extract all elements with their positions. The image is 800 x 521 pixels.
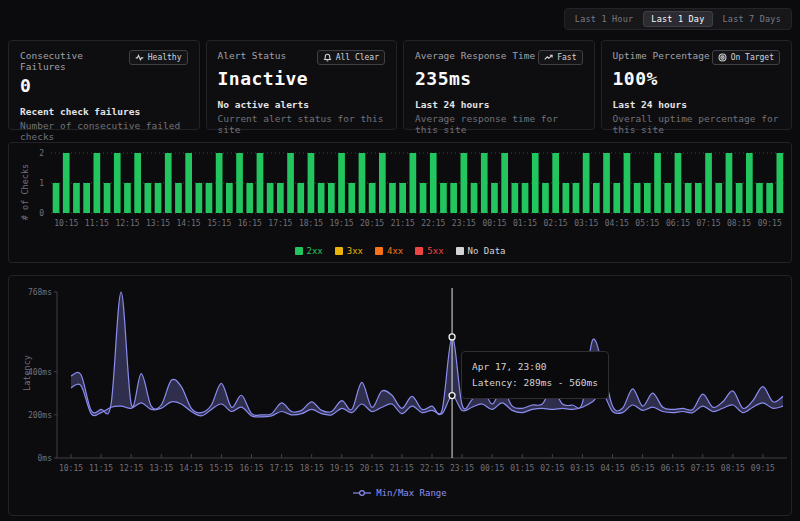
svg-text:11:15: 11:15	[85, 219, 109, 228]
latency-chart-panel: Latency 0ms200ms400ms768ms10:1511:1512:1…	[8, 275, 792, 516]
card-consecutive-failures: Consecutive Failures Healthy 0 Recent ch…	[8, 40, 200, 130]
svg-text:01:15: 01:15	[510, 464, 534, 473]
svg-text:12:15: 12:15	[119, 464, 143, 473]
svg-text:23:15: 23:15	[450, 464, 474, 473]
svg-text:02:15: 02:15	[540, 464, 564, 473]
badge-label: On Target	[731, 53, 774, 62]
svg-text:03:15: 03:15	[574, 219, 598, 228]
svg-text:20:15: 20:15	[360, 464, 384, 473]
svg-text:10:15: 10:15	[54, 219, 78, 228]
legend-swatch	[456, 247, 464, 255]
card-subtitle: Last 24 hours	[613, 99, 781, 110]
latency-line-chart[interactable]: 0ms200ms400ms768ms10:1511:1512:1513:1514…	[17, 280, 789, 486]
svg-text:17:15: 17:15	[268, 219, 292, 228]
svg-text:09:15: 09:15	[758, 219, 782, 228]
svg-text:16:15: 16:15	[239, 464, 263, 473]
latency-tooltip: Apr 17, 23:00 Latency: 289ms - 560ms	[461, 351, 609, 399]
svg-text:400ms: 400ms	[28, 368, 52, 377]
tooltip-value: Latency: 289ms - 560ms	[472, 375, 598, 391]
svg-text:768ms: 768ms	[28, 288, 52, 297]
svg-text:16:15: 16:15	[238, 219, 262, 228]
svg-text:05:15: 05:15	[635, 219, 659, 228]
svg-text:22:15: 22:15	[421, 219, 445, 228]
card-title: Uptime Percentage	[613, 50, 710, 61]
svg-text:0ms: 0ms	[38, 454, 53, 463]
svg-text:14:15: 14:15	[177, 219, 201, 228]
svg-text:17:15: 17:15	[270, 464, 294, 473]
on-target-badge: On Target	[712, 50, 780, 65]
card-title: Consecutive Failures	[20, 50, 129, 72]
svg-text:03:15: 03:15	[570, 464, 594, 473]
legend-item-2xx[interactable]: 2xx	[295, 246, 323, 256]
legend-label: 4xx	[387, 246, 403, 256]
svg-text:13:15: 13:15	[146, 219, 170, 228]
svg-text:07:15: 07:15	[696, 219, 720, 228]
svg-text:22:15: 22:15	[420, 464, 444, 473]
time-range-last-1-hour[interactable]: Last 1 Hour	[567, 11, 642, 27]
svg-text:15:15: 15:15	[209, 464, 233, 473]
card-value: 100%	[613, 68, 781, 89]
card-value: 235ms	[415, 68, 583, 89]
legend-label: 2xx	[307, 246, 323, 256]
badge-label: All Clear	[336, 53, 379, 62]
svg-text:19:15: 19:15	[329, 219, 353, 228]
svg-text:18:15: 18:15	[299, 219, 323, 228]
svg-text:06:15: 06:15	[661, 464, 685, 473]
svg-text:14:15: 14:15	[179, 464, 203, 473]
legend-swatch	[415, 247, 423, 255]
legend-label: 5xx	[427, 246, 443, 256]
card-value: 0	[20, 75, 188, 96]
minmax-line-icon	[353, 488, 371, 498]
svg-text:11:15: 11:15	[89, 464, 113, 473]
svg-text:200ms: 200ms	[28, 411, 52, 420]
legend-item-5xx[interactable]: 5xx	[415, 246, 443, 256]
legend-swatch	[375, 247, 383, 255]
svg-text:1: 1	[39, 179, 44, 188]
badge-label: Fast	[557, 53, 576, 62]
legend-item-no-data[interactable]: No Data	[456, 246, 506, 256]
card-title: Alert Status	[218, 50, 287, 61]
pulse-icon	[135, 53, 144, 62]
svg-text:06:15: 06:15	[666, 219, 690, 228]
badge-label: Healthy	[148, 53, 182, 62]
svg-text:05:15: 05:15	[631, 464, 655, 473]
svg-text:15:15: 15:15	[207, 219, 231, 228]
svg-text:21:15: 21:15	[391, 219, 415, 228]
trending-up-icon	[544, 53, 553, 62]
healthy-badge: Healthy	[129, 50, 188, 65]
card-value: Inactive	[218, 68, 386, 89]
card-title: Average Response Time	[415, 50, 535, 61]
svg-text:09:15: 09:15	[751, 464, 775, 473]
checks-legend: 2xx3xx4xx5xxNo Data	[11, 246, 789, 256]
svg-text:08:15: 08:15	[721, 464, 745, 473]
card-description: Current alert status for this site	[218, 113, 386, 135]
time-range-last-1-day[interactable]: Last 1 Day	[643, 11, 712, 27]
top-bar: Last 1 Hour Last 1 Day Last 7 Days	[0, 0, 800, 30]
legend-swatch	[295, 247, 303, 255]
legend-label: 3xx	[347, 246, 363, 256]
legend-swatch	[335, 247, 343, 255]
latency-legend: Min/Max Range	[11, 488, 789, 498]
checks-chart-panel: # of Checks 01210:1511:1512:1513:1514:15…	[8, 142, 792, 263]
svg-text:2: 2	[39, 149, 44, 158]
svg-text:04:15: 04:15	[600, 464, 624, 473]
time-range-last-7-days[interactable]: Last 7 Days	[715, 11, 790, 27]
card-average-response-time: Average Response Time Fast 235ms Last 24…	[403, 40, 595, 130]
checks-bar-chart[interactable]: 01210:1511:1512:1513:1514:1515:1516:1517…	[17, 147, 789, 245]
svg-text:00:15: 00:15	[480, 464, 504, 473]
legend-item-4xx[interactable]: 4xx	[375, 246, 403, 256]
card-subtitle: Recent check failures	[20, 106, 188, 117]
legend-label: No Data	[468, 246, 506, 256]
all-clear-badge: All Clear	[317, 50, 385, 65]
svg-text:19:15: 19:15	[330, 464, 354, 473]
card-description: Number of consecutive failed checks	[20, 120, 188, 142]
card-subtitle: No active alerts	[218, 99, 386, 110]
svg-text:04:15: 04:15	[605, 219, 629, 228]
stat-cards: Consecutive Failures Healthy 0 Recent ch…	[8, 40, 792, 130]
svg-text:0: 0	[39, 209, 44, 218]
tooltip-date: Apr 17, 23:00	[472, 359, 598, 375]
svg-text:02:15: 02:15	[544, 219, 568, 228]
legend-item-3xx[interactable]: 3xx	[335, 246, 363, 256]
card-description: Average response time for this site	[415, 113, 583, 135]
svg-text:21:15: 21:15	[390, 464, 414, 473]
